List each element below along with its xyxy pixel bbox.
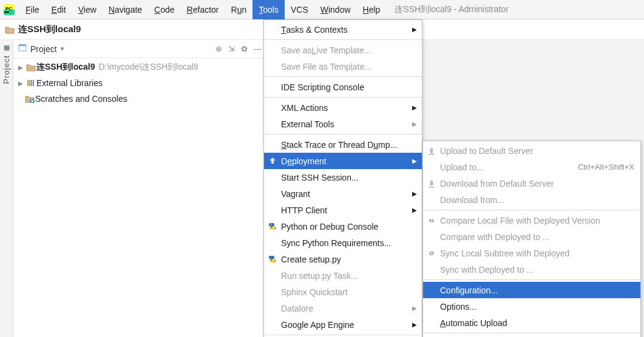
library-icon	[25, 79, 36, 87]
chevron-down-icon[interactable]: ▼	[59, 45, 66, 52]
mi-sync-local-subtree[interactable]: Sync Local Subtree with Deployed	[423, 245, 640, 261]
menu-navigate[interactable]: Navigate	[103, 0, 148, 19]
download-icon	[427, 179, 436, 189]
sync-icon	[427, 249, 436, 258]
svg-rect-13	[429, 154, 435, 155]
project-tree: ▶ 连SSH到local9 D:\mycode\连SSH到local9 ▶ Ex…	[13, 58, 266, 108]
tree-ext-lib-row[interactable]: ▶ External Libraries	[13, 75, 266, 91]
scratches-icon	[24, 95, 35, 103]
mi-deployment[interactable]: Deployment▶	[264, 153, 422, 169]
svg-rect-6	[27, 80, 29, 86]
mi-options[interactable]: Options...	[423, 298, 640, 315]
menu-refactor[interactable]: Refactor	[181, 0, 225, 19]
left-tool-rail: ▦ Project	[0, 40, 13, 337]
folder-icon	[25, 63, 36, 72]
svg-rect-9	[33, 80, 34, 86]
menu-separator	[424, 279, 640, 280]
mi-external-tools[interactable]: External Tools▶	[264, 116, 422, 132]
menu-separator	[265, 39, 421, 40]
mi-google-app-engine[interactable]: Google App Engine▶	[264, 316, 422, 333]
svg-rect-2	[4, 12, 9, 13]
svg-rect-8	[31, 80, 32, 86]
tree-root-label: 连SSH到local9	[36, 62, 95, 73]
svg-rect-5	[19, 44, 26, 46]
hide-icon[interactable]: —	[254, 44, 262, 53]
mi-download-from[interactable]: Download from...	[423, 192, 640, 208]
python-icon	[268, 222, 277, 232]
menu-window[interactable]: Window	[314, 0, 357, 19]
tree-scratches-row[interactable]: Scratches and Consoles	[13, 91, 266, 107]
project-view-icon	[18, 44, 27, 54]
project-tab-icon[interactable]: ▦	[4, 44, 10, 52]
upload-icon	[427, 146, 436, 156]
mi-sphinx[interactable]: Sphinx Quickstart	[264, 284, 422, 300]
mi-stack-trace[interactable]: Stack Trace or Thread Dump...	[264, 136, 422, 153]
mi-ide-scripting[interactable]: IDE Scripting Console	[264, 79, 422, 95]
mi-http-client[interactable]: HTTP Client▶	[264, 202, 422, 218]
mi-save-live-template[interactable]: Save as Live Template...	[264, 42, 422, 58]
mi-vagrant[interactable]: Vagrant▶	[264, 185, 422, 202]
locate-icon[interactable]: ⊕	[215, 44, 222, 53]
tree-root-row[interactable]: ▶ 连SSH到local9 D:\mycode\连SSH到local9	[13, 59, 266, 75]
project-tab-label[interactable]: Project	[2, 55, 11, 84]
menu-file[interactable]: File	[19, 0, 46, 19]
tree-scratches-label: Scratches and Consoles	[35, 94, 127, 104]
svg-point-11	[271, 224, 272, 225]
pycharm-logo-icon: PC	[4, 4, 15, 15]
project-panel-title[interactable]: Project	[30, 44, 57, 54]
tree-ext-lib-label: External Libraries	[36, 78, 103, 88]
mi-xml-actions[interactable]: XML Actions▶	[264, 99, 422, 116]
menu-code[interactable]: Code	[148, 0, 180, 19]
mi-create-setup[interactable]: Create setup.py	[264, 251, 422, 267]
menu-help[interactable]: Help	[357, 0, 387, 19]
mi-download-default[interactable]: Download from Default Server	[423, 175, 640, 192]
gear-icon[interactable]: ✿	[241, 44, 248, 53]
deployment-icon	[268, 156, 277, 166]
tree-toggle-icon[interactable]: ▶	[16, 80, 25, 87]
svg-rect-14	[429, 187, 435, 188]
python-icon	[268, 255, 277, 264]
mi-configuration[interactable]: Configuration...	[423, 282, 640, 298]
menu-run[interactable]: Run	[225, 0, 253, 19]
project-tool-window: Project ▼ ⊕ ⇲ ✿ — ▶ 连SSH到local9 D:\mycod…	[13, 40, 267, 337]
menu-separator	[265, 335, 421, 335]
breadcrumb-project[interactable]: 连SSH到local9	[18, 24, 81, 35]
tools-menu: Tasks & Contexts▶ Save as Live Template.…	[263, 19, 422, 337]
tree-toggle-icon[interactable]: ▶	[16, 64, 25, 71]
mi-compare-deployed[interactable]: Compare with Deployed to ...	[423, 229, 640, 245]
svg-point-12	[273, 229, 274, 230]
mi-tasks-contexts[interactable]: Tasks & Contexts▶	[264, 21, 422, 38]
mi-start-ssh[interactable]: Start SSH Session...	[264, 169, 422, 185]
deployment-submenu: Upload to Default Server Upload to...Ctr…	[422, 141, 641, 337]
expand-icon[interactable]: ⇲	[228, 44, 235, 53]
svg-text:PC: PC	[5, 6, 12, 12]
window-title: 连SSH到local9 - Administrator	[395, 4, 509, 15]
mi-datalore[interactable]: Datalore▶	[264, 300, 422, 316]
menu-edit[interactable]: Edit	[46, 0, 72, 19]
diff-icon	[427, 216, 436, 225]
mi-save-file-template[interactable]: Save File as Template...	[264, 58, 422, 75]
menu-separator	[424, 210, 640, 210]
tree-root-path: D:\mycode\连SSH到local9	[98, 62, 198, 73]
menu-separator	[424, 333, 640, 333]
mi-automatic-upload[interactable]: Automatic Upload	[423, 315, 640, 331]
menubar: PC File Edit View Navigate Code Refactor…	[0, 0, 644, 19]
mi-upload-to[interactable]: Upload to...Ctrl+Alt+Shift+X	[423, 159, 640, 175]
mi-python-console[interactable]: Python or Debug Console	[264, 218, 422, 235]
menu-view[interactable]: View	[72, 0, 103, 19]
svg-rect-4	[19, 45, 26, 51]
folder-icon	[5, 25, 15, 34]
shortcut-text: Ctrl+Alt+Shift+X	[578, 162, 634, 172]
menu-tools-rest: ools	[263, 5, 279, 15]
mi-sync-deployed[interactable]: Sync with Deployed to ...	[423, 261, 640, 278]
menu-vcs[interactable]: VCS	[285, 0, 314, 19]
svg-rect-7	[29, 80, 30, 86]
menu-separator	[265, 76, 421, 77]
mi-upload-default[interactable]: Upload to Default Server	[423, 142, 640, 159]
mi-run-setup[interactable]: Run setup.py Task...	[264, 267, 422, 284]
menu-tools[interactable]: Tools	[253, 0, 285, 19]
mi-compare-local[interactable]: Compare Local File with Deployed Version	[423, 212, 640, 229]
menu-separator	[265, 134, 421, 135]
mi-sync-python-req[interactable]: Sync Python Requirements...	[264, 235, 422, 251]
menu-separator	[265, 97, 421, 98]
